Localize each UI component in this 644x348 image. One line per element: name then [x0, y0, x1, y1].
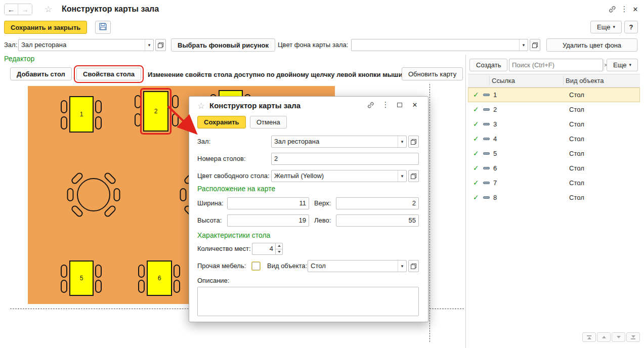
dialog-props-section-title: Характеристики стола	[197, 229, 270, 241]
dialog-height-label: Высота:	[197, 214, 222, 227]
table-row[interactable]: ✓ 8 Стол	[468, 190, 640, 205]
table-row[interactable]: ✓ 7 Стол	[468, 176, 640, 190]
column-header-kind[interactable]: Вид объекта	[566, 74, 604, 87]
favorites-star-icon[interactable]: ☆	[45, 4, 52, 15]
map-table-1[interactable]: 1	[69, 96, 94, 133]
scroll-down-button[interactable]	[612, 332, 625, 342]
spinner-up-icon[interactable]	[276, 243, 282, 249]
dialog-get-link-icon[interactable]	[365, 100, 375, 110]
bg-color-dropdown-button[interactable]: ▾	[519, 39, 528, 51]
table-row[interactable]: ✓ 4 Стол	[468, 132, 640, 146]
catalog-item-icon	[483, 94, 490, 96]
catalog-item-icon	[483, 138, 490, 140]
map-table-6-number: 6	[158, 275, 161, 282]
window-menu-dots-icon[interactable]: ⋮	[619, 4, 629, 14]
hall-label: Зал:	[4, 39, 17, 51]
bg-color-open-button[interactable]	[530, 39, 540, 51]
back-button[interactable]: ←	[5, 4, 18, 15]
create-button[interactable]: Создать	[469, 59, 507, 71]
pick-background-button[interactable]: Выбрать фоновый рисунок	[171, 38, 275, 52]
dialog-save-button[interactable]: Сохранить	[197, 116, 246, 128]
dialog-seats-label: Количество мест:	[197, 243, 251, 255]
chair-icon	[61, 280, 67, 293]
chair-icon	[138, 280, 145, 293]
remove-bg-color-button[interactable]: Удалить цвет фона	[546, 38, 637, 52]
toolbar-more-button[interactable]: Еще ▾	[590, 21, 622, 33]
spinner-down-icon[interactable]	[276, 249, 282, 255]
dialog-seats-spinner[interactable]: 4	[252, 243, 283, 255]
other-furniture-checkbox[interactable]	[252, 262, 260, 270]
forward-button[interactable]: →	[18, 4, 32, 15]
refresh-map-button[interactable]: Обновить карту	[402, 67, 463, 80]
get-link-icon[interactable]	[607, 4, 617, 14]
add-table-button[interactable]: Добавить стол	[10, 67, 72, 80]
posted-check-icon: ✓	[473, 146, 479, 161]
dialog-width-input[interactable]: 11	[227, 197, 309, 209]
dialog-menu-dots-icon[interactable]: ⋮	[380, 100, 391, 110]
dialog-maximize-icon[interactable]	[395, 100, 405, 110]
dialog-numbers-input[interactable]: 2	[271, 153, 419, 165]
dialog-free-color-dropdown-button[interactable]: ▾	[398, 170, 406, 182]
bg-color-combobox[interactable]: ▾	[351, 39, 528, 51]
scroll-up-button[interactable]	[597, 332, 611, 342]
column-separator	[489, 76, 490, 85]
catalog-item-icon	[483, 152, 490, 155]
map-round-table[interactable]	[77, 178, 110, 211]
dialog-close-icon[interactable]: ✕	[410, 100, 420, 110]
table-row[interactable]: ✓ 5 Стол	[468, 146, 640, 161]
hall-dropdown-button[interactable]: ▾	[145, 39, 153, 51]
table-row[interactable]: ✓ 1 Стол	[468, 88, 640, 102]
search-input[interactable]	[509, 59, 604, 71]
row-ref: 7	[493, 176, 497, 190]
chair-icon	[61, 116, 67, 129]
hall-open-button[interactable]	[155, 39, 166, 51]
catalog-item-icon	[483, 182, 490, 184]
scroll-to-top-button[interactable]	[582, 332, 596, 342]
spinner-buttons[interactable]	[275, 243, 282, 254]
search-field[interactable]: ×	[509, 59, 603, 71]
dialog-object-kind-open-button[interactable]	[408, 260, 419, 272]
dialog-description-label: Описание:	[197, 275, 229, 287]
list-more-button[interactable]: Еще ▾	[607, 59, 638, 71]
dialog-object-kind-combobox[interactable]: Стол ▾	[308, 260, 407, 272]
dialog-top-input[interactable]: 2	[336, 197, 419, 209]
dialog-object-kind-label: Вид объекта:	[267, 260, 307, 272]
save-button[interactable]	[95, 21, 111, 34]
chair-icon	[61, 265, 67, 278]
map-table-5[interactable]: 5	[69, 260, 94, 296]
list-header: Ссылка Вид объекта	[468, 74, 640, 88]
chair-icon	[138, 265, 145, 278]
dialog-object-kind-dropdown-button[interactable]: ▾	[398, 260, 406, 272]
window-close-icon[interactable]: ✕	[630, 4, 640, 14]
dialog-height-input[interactable]: 19	[227, 214, 309, 227]
table-row[interactable]: ✓ 2 Стол	[468, 102, 640, 117]
help-button[interactable]: ?	[624, 21, 638, 33]
chair-icon	[95, 116, 102, 129]
dialog-description-textarea[interactable]	[197, 287, 419, 316]
table-properties-button[interactable]: Свойства стола	[76, 68, 141, 80]
dialog-hall-combobox[interactable]: Зал ресторана ▾	[271, 136, 407, 148]
annotation-ring-table-properties: Свойства стола	[74, 65, 144, 83]
dialog-free-color-combobox[interactable]: Желтый (Yellow) ▾	[271, 170, 407, 182]
dialog-left-input[interactable]: 55	[336, 214, 419, 227]
dialog-hall-dropdown-button[interactable]: ▾	[398, 136, 406, 147]
dialog-free-color-label: Цвет свободного стола:	[197, 170, 270, 182]
dialog-numbers-label: Номера столов:	[197, 153, 246, 165]
hall-combobox[interactable]: Зал ресторана ▾	[18, 39, 154, 51]
dialog-layout-section-title: Расположение на карте	[197, 183, 275, 195]
scroll-to-bottom-button[interactable]	[626, 332, 640, 342]
catalog-item-icon	[483, 123, 490, 125]
dialog-other-furniture-label: Прочая мебель:	[197, 260, 246, 272]
column-header-ref[interactable]: Ссылка	[492, 74, 515, 87]
forward-icon: →	[22, 6, 29, 14]
dialog-left-label: Лево:	[314, 214, 331, 227]
dialog-free-color-open-button[interactable]	[408, 170, 419, 182]
dialog-cancel-button[interactable]: Отмена	[250, 116, 287, 128]
dialog-hall-open-button[interactable]	[408, 136, 419, 148]
save-and-close-button[interactable]: Сохранить и закрыть	[4, 21, 87, 34]
table-row[interactable]: ✓ 3 Стол	[468, 117, 640, 132]
posted-check-icon: ✓	[473, 176, 479, 190]
row-ref: 2	[493, 102, 497, 117]
map-table-6[interactable]: 6	[147, 260, 172, 296]
table-row[interactable]: ✓ 6 Стол	[468, 161, 640, 176]
